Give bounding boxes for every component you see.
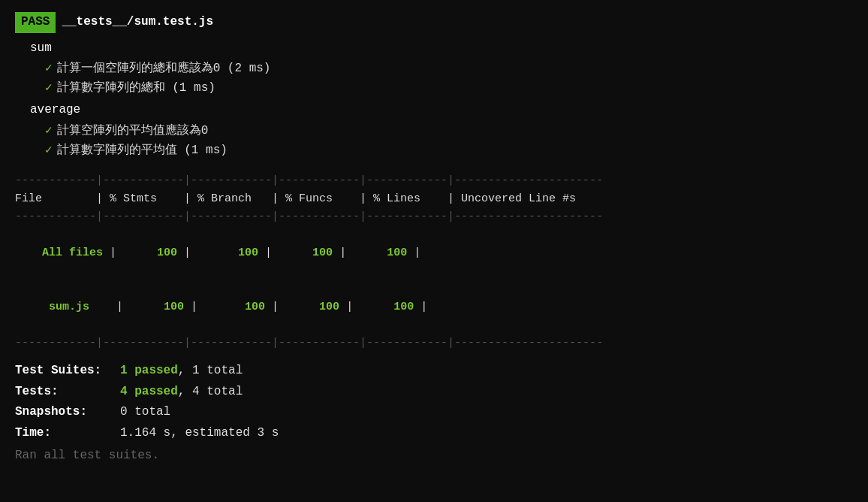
summary-time: Time: 1.164 s, estimated 3 s	[15, 424, 853, 443]
checkmark-3: ✓	[45, 122, 53, 141]
sumjs-label: sum.js	[42, 301, 110, 313]
summary-snapshots: Snapshots: 0 total	[15, 403, 853, 422]
all-files-lines: 100	[353, 246, 407, 259]
all-files-pipe2: |	[177, 246, 197, 259]
sumjs-pipe5: |	[414, 301, 427, 313]
coverage-section: ------------|------------|------------|-…	[15, 172, 853, 352]
suites-passed: 1 passed	[120, 361, 178, 381]
checkmark-4: ✓	[45, 141, 53, 161]
all-files-branch: 100	[197, 246, 258, 259]
sumjs-lines: 100	[360, 301, 414, 313]
filename: __tests__/sum.test.js	[62, 13, 213, 32]
test-text-4: 計算數字陣列的平均值 (1 ms)	[57, 141, 228, 161]
tests-label: Tests:	[15, 383, 120, 402]
divider-top: ------------|------------|------------|-…	[15, 172, 853, 190]
snapshots-label: Snapshots:	[15, 403, 120, 422]
suite-average: average	[30, 101, 853, 120]
test-text-2: 計算數字陣列的總和 (1 ms)	[57, 79, 215, 98]
test-text-1: 計算一個空陣列的總和應該為0 (2 ms)	[57, 59, 271, 79]
all-files-funcs: 100	[279, 246, 333, 259]
all-files-pipe3: |	[258, 246, 279, 259]
pass-badge: PASS	[15, 12, 56, 33]
suites-rest: , 1 total	[178, 361, 243, 381]
suites-label: Test Suites:	[15, 361, 120, 381]
sumjs-stmts: 100	[130, 301, 184, 313]
table-header: File | % Stmts | % Branch | % Funcs | % …	[15, 190, 853, 208]
divider-mid: ------------|------------|------------|-…	[15, 208, 853, 226]
snapshots-value: 0 total	[120, 403, 170, 422]
sumjs-pipe2: |	[184, 301, 204, 313]
summary-suites: Test Suites: 1 passed , 1 total	[15, 361, 853, 381]
table-row-all: All files | 100 | 100 | 100 | 100 |	[15, 226, 853, 280]
all-files-stmts: 100	[123, 246, 177, 259]
test-line-1: ✓ 計算一個空陣列的總和應該為0 (2 ms)	[45, 59, 853, 79]
test-line-4: ✓ 計算數字陣列的平均值 (1 ms)	[45, 141, 853, 161]
summary-tests: Tests: 4 passed , 4 total	[15, 383, 853, 402]
sumjs-branch: 100	[204, 301, 265, 313]
summary-section: Test Suites: 1 passed , 1 total Tests: 4…	[15, 361, 853, 465]
tests-rest: , 4 total	[178, 383, 243, 402]
test-line-3: ✓ 計算空陣列的平均值應該為0	[45, 122, 853, 141]
time-label: Time:	[15, 424, 120, 443]
sumjs-pipe3: |	[265, 301, 285, 313]
test-text-3: 計算空陣列的平均值應該為0	[57, 122, 209, 141]
sumjs-funcs: 100	[285, 301, 339, 313]
sumjs-pipe4: |	[339, 301, 360, 313]
sumjs-pipe1: |	[110, 301, 130, 313]
all-files-pipe5: |	[407, 246, 420, 259]
table-row-sum: sum.js | 100 | 100 | 100 | 100 |	[15, 280, 853, 334]
all-files-label: All files	[42, 246, 103, 259]
all-files-pipe1: |	[103, 246, 123, 259]
checkmark-2: ✓	[45, 79, 53, 98]
divider-bot: ------------|------------|------------|-…	[15, 334, 853, 352]
checkmark-1: ✓	[45, 59, 53, 79]
tests-passed: 4 passed	[120, 383, 178, 402]
all-files-pipe4: |	[333, 246, 353, 259]
suite-sum: sum	[30, 39, 853, 59]
test-line-2: ✓ 計算數字陣列的總和 (1 ms)	[45, 79, 853, 98]
header-line: PASS __tests__/sum.test.js	[15, 12, 853, 33]
time-value: 1.164 s, estimated 3 s	[120, 424, 279, 443]
test-output: sum ✓ 計算一個空陣列的總和應該為0 (2 ms) ✓ 計算數字陣列的總和 …	[15, 39, 853, 161]
ran-all-line: Ran all test suites.	[15, 446, 853, 466]
